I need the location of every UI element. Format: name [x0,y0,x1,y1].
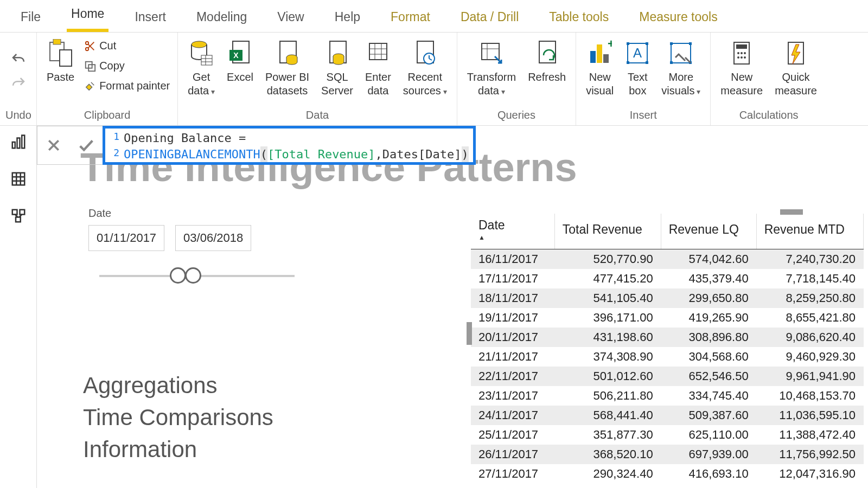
report-canvas: Time Intelligence Patterns 1 Opening Bal… [37,126,868,488]
cell-lq: 304,568.60 [661,347,756,367]
svg-text:+: + [608,40,612,50]
svg-rect-39 [627,42,629,45]
table-row[interactable]: 27/11/2017290,324.40416,693.1012,047,316… [471,464,864,484]
ribbon-tabs: File Home Insert Modeling View Help Form… [0,0,868,33]
get-data-button[interactable]: Get data [183,36,219,100]
col-header-revenue-mtd[interactable]: Revenue MTD [756,214,863,249]
chart-icon: + [588,40,612,66]
cell-date: 16/11/2017 [471,249,554,269]
cell-lq: 419,265.90 [661,308,756,328]
heading-aggregations[interactable]: Aggregations [83,370,273,402]
slider-thumb-from[interactable] [170,267,186,284]
more-visuals-button[interactable]: More visuals [657,36,705,100]
formula-cancel-button[interactable] [37,126,70,164]
paste-button[interactable]: Paste [42,36,79,86]
cell-rev: 396,171.00 [554,308,661,328]
cell-date: 26/11/2017 [471,445,554,464]
cell-lq: 299,650.80 [661,288,756,308]
new-measure-button[interactable]: New measure [716,36,767,100]
cell-date: 20/11/2017 [471,328,554,347]
table-row[interactable]: 16/11/2017520,770.90574,042.607,240,730.… [471,249,864,269]
paste-icon [48,39,74,67]
model-view-button[interactable] [9,206,28,226]
tab-help[interactable]: Help [330,4,365,32]
formula-open-paren: ( [260,146,267,163]
cell-mtd: 8,259,250.80 [756,288,863,308]
cut-button[interactable]: Cut [82,38,172,54]
undo-button[interactable] [10,52,27,68]
text-box-button[interactable]: A Text box [621,36,654,100]
slider-thumb-to[interactable] [185,267,201,284]
slicer-to-date[interactable]: 03/06/2018 [175,225,251,251]
cell-rev: 477,415.20 [554,269,661,288]
report-view-button[interactable] [9,132,28,152]
cell-mtd: 9,460,929.30 [756,347,863,367]
new-visual-button[interactable]: + New visual [582,36,618,100]
table-row[interactable]: 21/11/2017374,308.90304,568.609,460,929.… [471,347,864,367]
cell-rev: 290,324.40 [554,464,661,484]
table-row[interactable]: 20/11/2017431,198.60308,896.809,086,620.… [471,328,864,347]
resize-handle-top[interactable] [780,209,803,215]
date-slider[interactable] [88,265,305,287]
date-slicer[interactable]: Date 01/11/2017 03/06/2018 [88,207,305,287]
cell-lq: 416,693.10 [661,464,756,484]
group-label-undo: Undo [5,107,31,124]
tab-file[interactable]: File [16,4,45,32]
table-row[interactable]: 22/11/2017501,012.60652,546.509,961,941.… [471,367,864,386]
table-row[interactable]: 25/11/2017351,877.30625,110.0011,388,472… [471,425,864,445]
table-row[interactable]: 19/11/2017396,171.00419,265.908,655,421.… [471,308,864,328]
pbi-datasets-button[interactable]: Power BI datasets [261,36,314,100]
resize-handle-left[interactable] [467,322,472,345]
svg-point-52 [741,52,743,54]
col-header-date[interactable]: Date [471,214,554,249]
recent-icon [414,40,436,66]
cell-rev: 368,520.10 [554,445,661,464]
cell-mtd: 8,655,421.80 [756,308,863,328]
table-row[interactable]: 23/11/2017506,211.80334,745.4010,468,153… [471,386,864,406]
quick-measure-button[interactable]: Quick measure [770,36,821,100]
format-painter-button[interactable]: Format painter [82,78,172,94]
svg-text:A: A [633,46,642,60]
tab-insert[interactable]: Insert [130,4,170,32]
cell-rev: 506,211.80 [554,386,661,406]
excel-button[interactable]: X Excel [222,36,258,86]
redo-button[interactable] [10,75,27,92]
table-row[interactable]: 17/11/2017477,415.20435,379.407,718,145.… [471,269,864,288]
tab-home[interactable]: Home [67,1,108,32]
svg-rect-1 [53,39,61,44]
col-header-total-revenue[interactable]: Total Revenue [554,214,661,249]
transform-data-button[interactable]: Transform data [463,36,520,100]
transform-icon [480,40,503,66]
recent-sources-button[interactable]: Recent sources [399,36,451,100]
refresh-button[interactable]: Refresh [524,36,570,86]
table-row[interactable]: 24/11/2017568,441.40509,387.6011,036,595… [471,406,864,425]
tab-format[interactable]: Format [386,4,435,32]
tab-measure-tools[interactable]: Measure tools [635,4,722,32]
get-data-label: Get data [188,70,215,98]
tab-view[interactable]: View [273,4,308,32]
col-header-revenue-lq[interactable]: Revenue LQ [661,214,756,249]
cell-rev: 351,877.30 [554,425,661,445]
tab-modeling[interactable]: Modeling [192,4,251,32]
data-table-visual[interactable]: Date Total Revenue Revenue LQ Revenue MT… [471,214,864,484]
svg-point-3 [86,41,89,44]
excel-label: Excel [227,70,253,84]
data-view-button[interactable] [9,169,28,189]
data-table: Date Total Revenue Revenue LQ Revenue MT… [471,214,864,484]
cell-lq: 574,042.60 [661,249,756,269]
tab-table-tools[interactable]: Table tools [545,4,613,32]
table-row[interactable]: 26/11/2017368,520.10697,939.0011,756,992… [471,445,864,464]
svg-point-9 [192,41,207,48]
formula-editor[interactable]: 1 Opening Balance = 2 OPENINGBALANCEMONT… [103,126,476,165]
formula-commit-button[interactable] [70,126,103,164]
copy-button[interactable]: Copy [82,58,172,74]
svg-point-56 [744,56,746,59]
tab-data-drill[interactable]: Data / Drill [456,4,523,32]
heading-information[interactable]: Information [83,434,273,466]
enter-data-button[interactable]: Enter data [361,36,395,100]
heading-time-comparisons[interactable]: Time Comparisons [83,402,273,434]
svg-rect-45 [670,42,673,45]
sql-server-button[interactable]: SQL Server [317,36,358,100]
slicer-from-date[interactable]: 01/11/2017 [88,225,164,251]
table-row[interactable]: 18/11/2017541,105.40299,650.808,259,250.… [471,288,864,308]
